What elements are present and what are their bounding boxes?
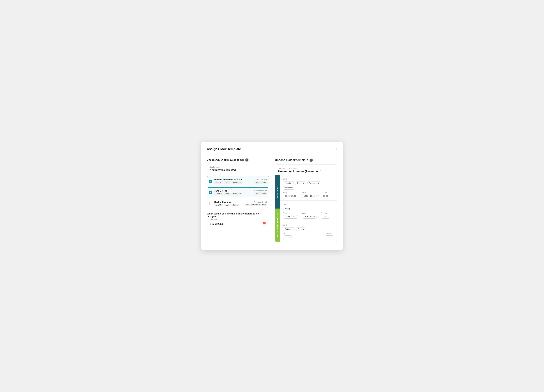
start-date-value: 1 Sept 2024 xyxy=(210,223,223,226)
day-chip: Tuesday xyxy=(295,181,306,185)
separator-dash: - xyxy=(300,195,300,197)
separator-equals: = xyxy=(318,195,319,197)
days-list: Friday xyxy=(283,207,334,210)
right-column: Choose a clock template ? Selected clock… xyxy=(275,158,337,242)
close-button[interactable]: × xyxy=(335,147,337,151)
employee-name: Hannah Smoterich-Barr Jip xyxy=(214,178,252,181)
break-time: 12:30 - 13:30 xyxy=(302,194,317,198)
day-chip: Monday xyxy=(283,181,294,185)
setup-group: Setup 08:00 - 17:30 xyxy=(283,192,298,198)
setup-time: 08:00 - 17:30 xyxy=(283,194,298,198)
schedule-sidebar: Mandatory days Optional days (Fixed dura… xyxy=(275,175,280,242)
start-date-box[interactable]: Start date 1 Sept 2024 📅 xyxy=(207,220,269,228)
template-name: November Summer (Permanent) xyxy=(278,170,334,173)
separator-dash: - xyxy=(300,215,300,218)
employee-tags: Empl201 Team Permanent xyxy=(214,181,252,184)
employee-id-tag: Empl604 xyxy=(214,204,223,206)
employee-name: Rachel Chandler xyxy=(214,201,243,203)
modal-header: Assign Clock Template × xyxy=(207,147,337,154)
days-label: Days xyxy=(283,224,334,226)
employee-type-tag: Permanent xyxy=(231,181,242,184)
clock-template-title: Choose a clock template ? xyxy=(275,158,337,162)
employee-team-tag: Team xyxy=(224,181,231,184)
employee-checkbox[interactable] xyxy=(209,191,212,194)
employee-type-tag: Permanent xyxy=(231,193,242,195)
duration-value: 08h30 xyxy=(321,194,330,198)
separator-equals: = xyxy=(318,215,319,218)
employee-verification: Verification linked RFID & Biometrics Li… xyxy=(245,201,267,206)
mandatory-label: Mandatory days xyxy=(275,175,280,209)
template-header: Selected clock template November Summer … xyxy=(275,165,337,175)
employee-team-tag: Team xyxy=(224,193,231,195)
clock-template-help-icon[interactable]: ? xyxy=(310,158,313,162)
days-list: Saturday Sunday xyxy=(283,227,334,231)
schedule-body: Mandatory days Optional days (Fixed dura… xyxy=(275,175,337,242)
calendar-icon[interactable]: 📅 xyxy=(262,222,266,226)
break-group: Break 12:30 - 13:30 xyxy=(302,192,317,198)
time-row: Break 30 min Duration 08h30 xyxy=(283,233,334,239)
employee-verification: Verification linked RFID Linked xyxy=(254,179,267,184)
day-chip: Friday xyxy=(283,207,292,210)
duration-group: Duration 08h00 xyxy=(321,212,330,219)
template-card: Selected clock template November Summer … xyxy=(275,164,337,242)
employee-id-tag: Empl201 xyxy=(214,181,223,184)
employee-item[interactable]: Rachel Chandler Empl604 Team Casual Veri… xyxy=(207,199,269,208)
employee-team-tag: Team xyxy=(224,204,231,206)
schedule-content: Days Monday Tuesday Wednesday Thursday S… xyxy=(280,175,337,242)
day-chip: Saturday xyxy=(283,227,295,231)
verification-label: Verification linked xyxy=(254,190,267,192)
employees-label: Employees xyxy=(210,166,266,168)
days-label: Days xyxy=(283,203,334,205)
employee-name: Jane Greene xyxy=(214,190,252,192)
when-title: When would you like the clock template t… xyxy=(207,212,269,218)
employees-section-title: Choose which employees to add ? xyxy=(207,158,269,162)
employee-type-tag: Casual xyxy=(231,204,239,206)
time-row: Setup 08:00 - 17:00 - Break 12:30 - 13:3… xyxy=(283,212,334,219)
duration-group: Duration 08h30 xyxy=(321,192,330,198)
employee-checkbox[interactable] xyxy=(209,202,212,205)
employees-count: 2 employees selected xyxy=(210,169,266,172)
verification-value: RFID Linked xyxy=(255,181,267,184)
break-time: 12:30 - 13:30 xyxy=(302,215,317,219)
employee-tags: Empl042 Team Permanent xyxy=(214,193,252,195)
start-date-label: Start date xyxy=(209,219,218,221)
break-group: Break 12:30 - 13:30 xyxy=(302,212,317,219)
left-column: Choose which employees to add ? Employee… xyxy=(207,158,269,228)
employee-list: Hannah Smoterich-Barr Jip Empl201 Team P… xyxy=(207,176,269,208)
schedule-section-2: Days Friday Setup 08:00 - 17:00 - xyxy=(280,201,337,221)
duration-value: 08h30 xyxy=(325,235,334,239)
break-group: Break 30 min xyxy=(283,233,293,239)
employee-id-tag: Empl042 xyxy=(214,193,223,195)
selected-template-label: Selected clock template xyxy=(278,167,334,169)
employee-checkbox[interactable] xyxy=(209,180,212,183)
verification-value: RFID & Biometrics Linked xyxy=(245,204,267,206)
day-chip: Thursday xyxy=(283,186,295,190)
verification-label: Verification linked xyxy=(254,179,267,181)
employee-verification: Verification linked RFID Linked xyxy=(254,190,267,195)
employee-tags: Empl604 Team Casual xyxy=(214,204,243,206)
optional-label: Optional days (Fixed duration) xyxy=(275,209,280,242)
verification-value: RFID Linked xyxy=(255,192,267,195)
day-chip: Sunday xyxy=(296,227,306,231)
setup-group: Setup 08:00 - 17:00 xyxy=(283,212,298,219)
modal-title: Assign Clock Template xyxy=(207,147,241,151)
employee-item[interactable]: Jane Greene Empl042 Team Permanent Verif… xyxy=(207,187,269,197)
employees-summary-box[interactable]: Employees 2 employees selected xyxy=(207,164,269,174)
when-section: When would you like the clock template t… xyxy=(207,212,269,228)
verification-label: Verification linked xyxy=(245,201,267,203)
duration-group: Duration 08h30 xyxy=(325,233,334,239)
employee-item[interactable]: Hannah Smoterich-Barr Jip Empl201 Team P… xyxy=(207,176,269,186)
employees-help-icon[interactable]: ? xyxy=(245,158,248,162)
day-chip: Wednesday xyxy=(307,181,321,185)
time-row: Setup 08:00 - 17:30 - Break 12:30 - 13:3… xyxy=(283,192,334,198)
duration-value: 08h00 xyxy=(321,215,330,219)
modal: Assign Clock Template × Choose which emp… xyxy=(201,141,343,251)
setup-time: 08:00 - 17:00 xyxy=(283,215,298,219)
days-label: Days xyxy=(283,178,334,180)
schedule-section-3: Days Saturday Sunday Break 30 min xyxy=(280,221,337,242)
main-content: Choose which employees to add ? Employee… xyxy=(207,158,337,242)
break-value: 30 min xyxy=(283,235,293,239)
schedule-section-1: Days Monday Tuesday Wednesday Thursday S… xyxy=(280,175,337,201)
days-list: Monday Tuesday Wednesday Thursday xyxy=(283,181,334,190)
